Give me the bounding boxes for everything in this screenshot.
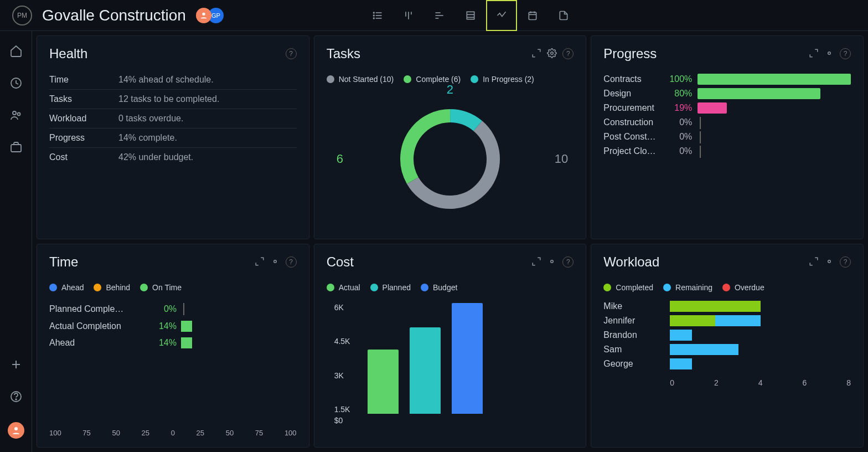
progress-row: Contracts 100%	[603, 74, 851, 85]
workload-axis: 02468	[670, 378, 851, 387]
progress-pct: 0%	[664, 132, 692, 142]
axis-tick: 75	[82, 429, 90, 437]
portfolio-icon[interactable]	[9, 141, 23, 154]
axis-tick: 6	[802, 378, 807, 387]
progress-label: Post Const…	[603, 132, 664, 142]
svg-point-4	[373, 12, 374, 13]
health-key: Progress	[49, 133, 118, 143]
time-zero-marker	[183, 303, 184, 315]
health-row: Time 14% ahead of schedule.	[49, 70, 297, 90]
project-title[interactable]: Govalle Construction	[42, 7, 186, 24]
legend-item[interactable]: Not Started (10)	[327, 75, 394, 84]
team-icon[interactable]	[9, 109, 23, 122]
workload-label: Mike	[603, 301, 670, 311]
home-icon[interactable]	[9, 44, 23, 58]
legend-item[interactable]: Completed	[603, 283, 653, 292]
expand-icon[interactable]	[255, 256, 265, 266]
gear-icon[interactable]	[547, 48, 557, 58]
axis-tick: 0	[171, 429, 175, 437]
view-dashboard-icon[interactable]	[486, 0, 517, 31]
legend-item[interactable]: Behind	[94, 283, 130, 292]
recent-icon[interactable]	[9, 76, 23, 90]
gear-icon[interactable]	[824, 48, 834, 58]
workload-bar-seg	[670, 315, 715, 326]
legend-item[interactable]: Remaining	[663, 283, 712, 292]
legend-item[interactable]: Planned	[370, 283, 411, 292]
help-icon[interactable]: ?	[840, 48, 851, 59]
axis-tick: 25	[142, 429, 149, 437]
axis-tick: 25	[197, 429, 204, 437]
member-avatars[interactable]: GP	[196, 8, 224, 23]
workload-label: George	[603, 359, 670, 369]
view-file-icon[interactable]	[548, 0, 579, 31]
expand-icon[interactable]	[809, 48, 819, 58]
panel-title: Cost	[327, 254, 354, 270]
svg-point-0	[202, 12, 205, 15]
expand-icon[interactable]	[809, 256, 819, 266]
view-calendar-icon[interactable]	[517, 0, 548, 31]
user-avatar[interactable]	[8, 422, 24, 439]
legend-item[interactable]: Budget	[421, 283, 457, 292]
legend-label: Behind	[106, 283, 130, 292]
legend-dot-icon	[49, 284, 57, 291]
help-icon[interactable]: ?	[562, 256, 574, 268]
panel-time: Time ? Ahead Behind On Time Planned Comp…	[37, 244, 309, 448]
axis-tick: 50	[112, 429, 120, 437]
workload-label: Brandon	[603, 330, 670, 340]
view-gantt-icon[interactable]	[424, 0, 455, 31]
time-label: Actual Completion	[49, 321, 138, 331]
legend-dot-icon	[722, 284, 730, 291]
view-sheet-icon[interactable]	[455, 0, 486, 31]
cost-bar-budget	[452, 303, 483, 414]
progress-pct: 0%	[664, 146, 692, 156]
progress-bar	[698, 88, 820, 99]
legend-item[interactable]: Actual	[327, 283, 360, 292]
gear-icon[interactable]	[547, 256, 557, 266]
add-icon[interactable]	[9, 358, 23, 371]
help-icon[interactable]: ?	[840, 256, 851, 268]
svg-point-29	[551, 52, 554, 55]
app-logo[interactable]: PM	[12, 6, 32, 25]
gear-icon[interactable]	[824, 256, 834, 266]
axis-tick: 75	[255, 429, 263, 437]
axis-tick: 2	[714, 378, 719, 387]
panel-title: Health	[49, 46, 87, 61]
legend-dot-icon	[471, 75, 478, 83]
svg-point-34	[273, 260, 276, 263]
panel-title: Time	[49, 254, 78, 270]
legend-item[interactable]: On Time	[140, 283, 182, 292]
svg-point-5	[373, 15, 374, 16]
workload-track	[670, 315, 851, 326]
legend-item[interactable]: Overdue	[722, 283, 764, 292]
view-list-icon[interactable]	[362, 0, 393, 31]
expand-icon[interactable]	[531, 256, 541, 266]
help-icon[interactable]	[9, 390, 23, 403]
svg-rect-13	[467, 12, 474, 19]
legend-dot-icon	[404, 75, 411, 83]
legend-item[interactable]: Ahead	[49, 283, 84, 292]
svg-point-6	[373, 18, 374, 19]
help-icon[interactable]: ?	[286, 48, 297, 59]
health-value: 12 tasks to be completed.	[118, 94, 219, 104]
axis-tick: 1.5K	[334, 405, 350, 414]
panel-workload: Workload ? Completed Remaining Overdue M…	[591, 244, 864, 448]
progress-row: Post Const… 0%	[603, 131, 851, 142]
axis-tick: 100	[285, 429, 297, 437]
panel-title: Tasks	[327, 46, 360, 61]
expand-icon[interactable]	[531, 48, 541, 58]
time-pct: 0%	[138, 304, 177, 314]
workload-track	[670, 344, 851, 355]
view-board-icon[interactable]	[393, 0, 424, 31]
help-icon[interactable]: ?	[562, 48, 574, 59]
avatar[interactable]	[196, 8, 211, 23]
time-row: Planned Comple… 0%	[49, 303, 297, 315]
panel-progress: Progress ? Contracts 100% Design 80% Pro…	[591, 35, 864, 239]
help-icon[interactable]: ?	[286, 256, 297, 268]
legend-label: Planned	[383, 283, 411, 292]
legend-item[interactable]: In Progress (2)	[471, 75, 534, 84]
gear-icon[interactable]	[270, 256, 280, 266]
time-row: Ahead 14%	[49, 337, 297, 348]
workload-track	[670, 330, 851, 341]
progress-label: Construction	[603, 117, 664, 127]
view-tabs	[362, 0, 579, 31]
